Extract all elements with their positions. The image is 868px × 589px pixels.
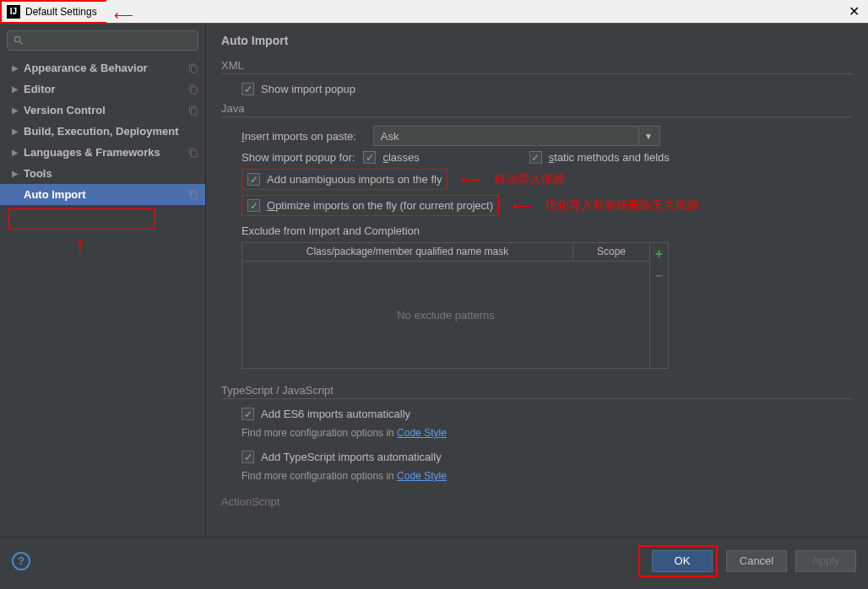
search-icon (13, 35, 24, 46)
annotation-text-auto-import: 自动导入依赖 (494, 172, 565, 187)
sidebar-item-appearance[interactable]: ▶Appearance & Behavior (0, 57, 205, 78)
annotation-redbox-ok: OK (638, 545, 718, 577)
add-pattern-button[interactable]: + (655, 246, 663, 262)
label-add-unambiguous: Add unambiguous imports on the fly (267, 173, 442, 186)
ok-button[interactable]: OK (652, 550, 713, 572)
page-title: Auto Import (221, 34, 853, 47)
sidebar-item-label: Appearance & Behavior (24, 62, 188, 74)
section-actionscript: ActionScript (221, 495, 853, 510)
copy-icon (188, 148, 198, 158)
select-value: Ask (381, 130, 399, 143)
table-empty-text: No exclude patterns (242, 262, 649, 368)
sidebar-item-languages[interactable]: ▶Languages & Frameworks (0, 142, 205, 163)
content-panel: Auto Import XML Show import popup Java I… (206, 24, 868, 537)
checkbox-optimize[interactable] (247, 199, 260, 212)
exclude-table: Class/package/member qualified name mask… (241, 242, 669, 369)
link-code-style[interactable]: Code Style (397, 427, 447, 439)
annotation-arrow-up: ↑ (74, 231, 86, 258)
hint-ts: Find more configuration options in Code … (241, 470, 853, 482)
copy-icon (188, 105, 198, 116)
th-scope: Scope (573, 243, 649, 261)
label-show-import-popup-xml: Show import popup (261, 83, 355, 95)
sidebar-item-label: Build, Execution, Deployment (24, 125, 205, 138)
annotation-arrow: ⟵ (513, 197, 532, 213)
annotation-arrow-title: ⟵ (114, 7, 133, 23)
label-classes: classes (382, 151, 419, 164)
label-insert-imports: Insert imports on paste: (241, 130, 356, 143)
remove-pattern-button: − (655, 268, 663, 284)
section-ts: TypeScript / JavaScript (221, 384, 853, 399)
annotation-redbox-unambiguous: Add unambiguous imports on the fly (241, 169, 448, 190)
cancel-button[interactable]: Cancel (726, 550, 787, 572)
section-xml: XML (221, 59, 853, 74)
label-exclude-heading: Exclude from Import and Completion (241, 224, 853, 237)
checkbox-add-unambiguous[interactable] (247, 173, 260, 186)
sidebar-item-label: Auto Import (24, 188, 188, 201)
hint-es6: Find more configuration options in Code … (241, 427, 853, 439)
th-mask: Class/package/member qualified name mask (242, 243, 573, 261)
checkbox-classes[interactable] (363, 151, 376, 164)
label-add-es6: Add ES6 imports automatically (261, 408, 410, 420)
copy-icon (188, 190, 198, 200)
chevron-down-icon: ▼ (638, 127, 653, 145)
help-button[interactable]: ? (12, 552, 30, 570)
sidebar-item-build[interactable]: ▶Build, Execution, Deployment (0, 121, 205, 142)
titlebar: IJ Default Settings ⟵ ✕ (0, 0, 868, 24)
select-insert-imports[interactable]: Ask ▼ (373, 126, 660, 146)
link-code-style[interactable]: Code Style (397, 470, 447, 482)
label-add-ts: Add TypeScript imports automatically (261, 451, 442, 463)
label-static-methods: static methods and fields (549, 151, 670, 164)
search-input-wrap[interactable] (7, 30, 198, 51)
app-icon: IJ (7, 5, 20, 19)
search-input[interactable] (28, 35, 193, 47)
copy-icon (188, 84, 198, 95)
sidebar-item-editor[interactable]: ▶Editor (0, 78, 205, 100)
settings-tree: ▶Appearance & Behavior ▶Editor ▶Version … (0, 57, 205, 537)
sidebar-item-label: Version Control (24, 104, 188, 116)
sidebar: ▶Appearance & Behavior ▶Editor ▶Version … (0, 24, 206, 537)
sidebar-item-auto-import[interactable]: Auto Import (0, 184, 205, 205)
checkbox-add-ts[interactable] (241, 451, 254, 463)
label-optimize: Optimize imports on the fly (for current… (267, 199, 493, 212)
section-java: Java (221, 102, 853, 117)
sidebar-item-vcs[interactable]: ▶Version Control (0, 100, 205, 121)
checkbox-show-import-popup-xml[interactable] (241, 83, 254, 95)
annotation-redbox-optimize: Optimize imports on the fly (for current… (241, 195, 499, 216)
checkbox-static-methods[interactable] (529, 151, 542, 164)
label-show-import-popup-for: Show import popup for: (241, 151, 355, 164)
footer: ? OK Cancel Apply (0, 537, 868, 584)
sidebar-item-label: Tools (24, 167, 205, 180)
copy-icon (188, 63, 198, 73)
annotation-text-optimize: 优化导入和智能删除无关依赖 (545, 198, 699, 213)
checkbox-add-es6[interactable] (241, 408, 254, 420)
apply-button[interactable]: Apply (795, 550, 856, 572)
annotation-arrow: ⟵ (461, 171, 480, 187)
window-title: Default Settings (25, 6, 97, 18)
sidebar-item-label: Editor (24, 83, 188, 95)
close-icon[interactable]: ✕ (849, 3, 860, 19)
sidebar-item-label: Languages & Frameworks (24, 146, 188, 159)
sidebar-item-tools[interactable]: ▶Tools (0, 163, 205, 184)
